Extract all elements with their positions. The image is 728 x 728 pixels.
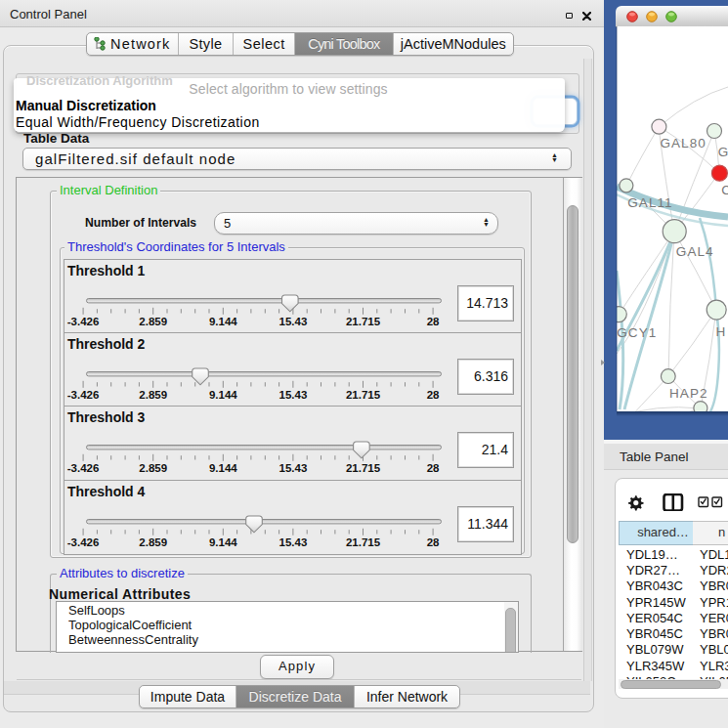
svg-text:H: H [716, 324, 727, 339]
svg-text:GA: GA [718, 145, 728, 159]
svg-text:GAL4: GAL4 [676, 244, 714, 259]
svg-text:GAL11: GAL11 [627, 195, 673, 210]
svg-text:GAL80: GAL80 [660, 136, 707, 150]
svg-text:HAP2: HAP2 [669, 386, 708, 401]
svg-text:C: C [721, 183, 728, 197]
svg-text:GCY1: GCY1 [617, 325, 657, 340]
